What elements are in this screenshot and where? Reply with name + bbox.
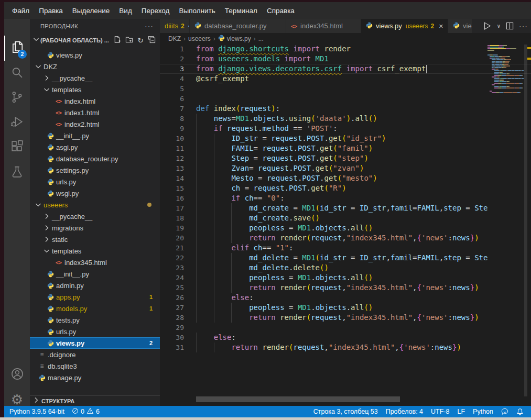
line-number[interactable]: 3 — [160, 64, 184, 73]
eol-status[interactable]: LF — [457, 408, 465, 415]
line-number[interactable]: 20 — [160, 233, 184, 243]
vertical-scrollbar[interactable] — [524, 45, 527, 396]
extensions-icon[interactable] — [4, 135, 30, 160]
tree-item-DKZ[interactable]: DKZ — [30, 61, 160, 72]
tab-views.py[interactable]: views.pyuseeers2× — [361, 19, 448, 33]
line-number[interactable]: 25 — [160, 283, 184, 293]
line-number[interactable]: 30 — [160, 333, 184, 342]
tree-item-index2.html[interactable]: <>index2.html — [30, 118, 160, 130]
line-number[interactable]: 24 — [160, 273, 184, 283]
tree-item-manage.py[interactable]: manage.py — [30, 372, 160, 383]
tree-item-wsgi.py[interactable]: wsgi.py — [30, 187, 160, 199]
language-mode-status[interactable]: Python — [473, 408, 493, 415]
source-control-icon[interactable] — [4, 85, 30, 110]
cursor-position-status[interactable]: Строка 3, столбец 53 — [313, 408, 378, 415]
tree-item-__pycache__[interactable]: __pycache__ — [30, 72, 160, 84]
notifications-bell-icon[interactable] — [516, 408, 524, 415]
run-dropdown-chevron[interactable]: ∨ — [497, 23, 501, 29]
tree-item-admin.py[interactable]: admin.py — [30, 280, 160, 291]
menu-item-Терминал[interactable]: Терминал — [220, 5, 262, 17]
line-number[interactable]: 15 — [160, 183, 184, 193]
line-number[interactable]: 14 — [160, 173, 184, 183]
more-actions-button[interactable]: ··· — [519, 22, 528, 30]
split-editor-button[interactable] — [506, 22, 514, 30]
line-number[interactable]: 7 — [160, 104, 184, 114]
horizontal-scrollbar[interactable] — [196, 396, 400, 402]
tree-item-migrations[interactable]: migrations — [30, 222, 160, 234]
line-number[interactable]: 29 — [160, 323, 184, 333]
menu-item-Переход[interactable]: Переход — [137, 5, 175, 17]
breadcrumb-item-DKZ[interactable]: DKZ — [168, 35, 181, 42]
line-number[interactable]: 9 — [160, 124, 184, 134]
new-file-icon[interactable] — [113, 36, 121, 46]
python-interpreter-status[interactable]: Python 3.9.5 64-bit — [9, 408, 64, 415]
line-number[interactable]: 28 — [160, 313, 184, 323]
tree-item-tests.py[interactable]: tests.py — [30, 314, 160, 326]
tree-item-urls.py[interactable]: urls.py — [30, 326, 160, 337]
tree-item-.dcignore[interactable]: ≡.dcignore — [30, 349, 160, 360]
feedback-icon[interactable] — [501, 408, 508, 415]
line-number[interactable]: 22 — [160, 253, 184, 263]
tree-item-urls.py[interactable]: urls.py — [30, 176, 160, 187]
tree-item-views.py[interactable]: views.py — [30, 49, 160, 61]
menu-item-Выполнить[interactable]: Выполнить — [174, 5, 220, 17]
line-number[interactable]: 8 — [160, 114, 184, 124]
testing-icon[interactable] — [4, 160, 30, 185]
indentation-status[interactable]: Пробелов: 4 — [386, 408, 423, 415]
menu-item-Справка[interactable]: Справка — [262, 5, 299, 17]
problems-status[interactable]: 0 6 — [72, 407, 100, 416]
breadcrumb-item-views.py[interactable]: views.py — [218, 35, 251, 43]
outline-section-header[interactable]: СТРУКТУРА — [30, 395, 160, 406]
line-number[interactable]: 10 — [160, 134, 184, 143]
tab-index345.html[interactable]: <>index345.html — [286, 19, 361, 33]
tab-database_roouter.py[interactable]: database_roouter.py — [190, 19, 286, 33]
run-debug-icon[interactable] — [4, 110, 30, 135]
menu-item-Выделение[interactable]: Выделение — [68, 5, 115, 17]
line-number[interactable]: 31 — [160, 342, 184, 352]
line-number[interactable]: 4 — [160, 74, 184, 84]
close-tab-icon[interactable]: × — [439, 22, 443, 30]
tree-item-useeers[interactable]: useeers — [30, 199, 160, 211]
tree-item-database_roouter.py[interactable]: database_roouter.py — [30, 153, 160, 164]
tree-item-index.html[interactable]: <>index.html — [30, 95, 160, 107]
tree-item-settings.py[interactable]: settings.py — [30, 164, 160, 176]
line-number[interactable]: 16 — [160, 193, 184, 203]
breadcrumb-item-...[interactable]: ... — [258, 35, 264, 42]
tree-item-asgi.py[interactable]: asgi.py — [30, 141, 160, 153]
line-number[interactable]: 23 — [160, 263, 184, 273]
line-number[interactable]: 17 — [160, 203, 184, 213]
new-folder-icon[interactable] — [125, 36, 133, 46]
account-icon[interactable] — [4, 362, 30, 388]
menu-item-Правка[interactable]: Правка — [34, 5, 68, 17]
tree-item-models.py[interactable]: models.py1 — [30, 303, 160, 314]
explorer-more-actions-button[interactable]: ··· — [145, 22, 154, 30]
tree-item-__init__.py[interactable]: __init__.py — [30, 268, 160, 280]
tree-item-templates[interactable]: templates — [30, 245, 160, 257]
line-number[interactable]: 6 — [160, 94, 184, 104]
menu-item-Вид[interactable]: Вид — [114, 5, 136, 17]
encoding-status[interactable]: UTF-8 — [431, 408, 449, 415]
line-number[interactable]: 21 — [160, 243, 184, 253]
breadcrumb-item-useeers[interactable]: useeers — [188, 35, 211, 42]
minimap[interactable] — [487, 45, 524, 94]
tree-item-index1.html[interactable]: <>index1.html — [30, 107, 160, 118]
search-icon[interactable] — [4, 61, 30, 86]
line-number[interactable]: 26 — [160, 293, 184, 303]
menu-item-Файл[interactable]: Файл — [7, 5, 34, 17]
tree-item-__pycache__[interactable]: __pycache__ — [30, 211, 160, 222]
line-number[interactable]: 5 — [160, 84, 184, 94]
collapse-all-icon[interactable] — [148, 36, 156, 46]
line-number[interactable]: 18 — [160, 213, 184, 223]
tree-item-db.sqlite3[interactable]: ≡db.sqlite3 — [30, 360, 160, 372]
tree-item-apps.py[interactable]: apps.py1 — [30, 291, 160, 303]
line-number[interactable]: 12 — [160, 153, 184, 163]
files-icon[interactable]: 2 — [4, 36, 30, 61]
line-number[interactable]: 11 — [160, 143, 184, 153]
line-number[interactable]: 27 — [160, 303, 184, 313]
refresh-icon[interactable]: ↻ — [137, 36, 144, 45]
code-editor[interactable]: 1from django.shortcuts import render2fro… — [160, 44, 531, 406]
line-number[interactable]: 2 — [160, 54, 184, 64]
tree-item-templates[interactable]: templates — [30, 84, 160, 95]
tree-item-views.py[interactable]: views.py2 — [30, 337, 160, 349]
workspace-section-header[interactable]: (РАБОЧАЯ ОБЛАСТЬ) ... ↻ — [30, 34, 160, 47]
